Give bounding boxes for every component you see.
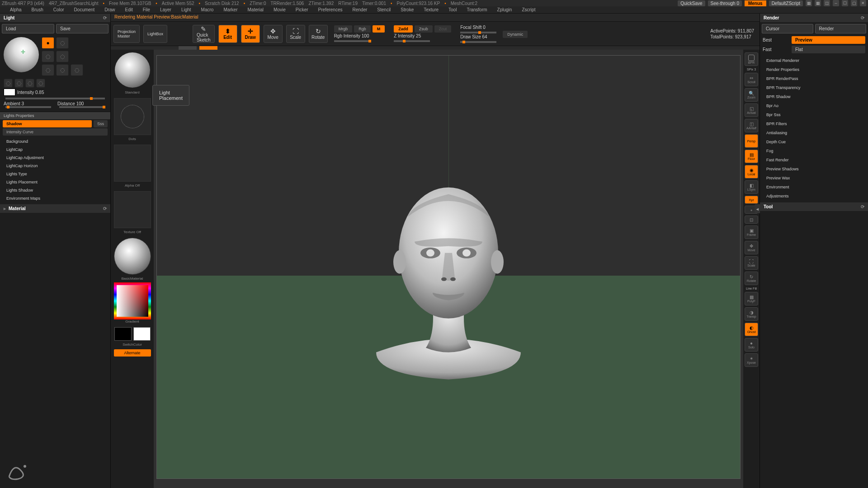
section-lightcap-horizon[interactable]: LightCap Horizon (0, 162, 110, 170)
render-antialiasing[interactable]: Antialiasing (760, 128, 868, 137)
render-external[interactable]: External Renderer (760, 56, 868, 65)
menu-render[interactable]: Render (348, 7, 372, 12)
menu-layer[interactable]: Layer (156, 7, 176, 12)
frame-all-button[interactable]: ⊡ (745, 216, 758, 224)
ghost-button[interactable]: ◐Ghost (745, 323, 758, 336)
draw-size-slider[interactable] (460, 41, 496, 43)
render-preview-shadows[interactable]: Preview Shadows (760, 164, 868, 174)
section-environment-maps[interactable]: Environment Maps (0, 194, 110, 202)
reload-icon[interactable]: ⟳ (861, 15, 864, 20)
distance-slider[interactable] (59, 106, 105, 108)
ambient-slider[interactable] (5, 106, 51, 108)
rgb-intensity-slider[interactable] (334, 40, 370, 42)
scale-view-button[interactable]: ⛶Scale (745, 256, 758, 270)
light-slot-3[interactable]: ◌ (42, 51, 54, 62)
light-slot-5[interactable]: ◌ (42, 64, 54, 76)
menu-macro[interactable]: Macro (197, 7, 218, 12)
reload-icon[interactable]: ⟳ (103, 206, 107, 211)
render-properties[interactable]: Render Properties (760, 65, 868, 74)
light-slot-7[interactable]: ◌ (71, 64, 83, 76)
collapse-icon[interactable]: ◂ (755, 204, 760, 213)
zoom-button[interactable]: 🔍Zoom (745, 88, 758, 102)
light-slot-10[interactable]: ◌ (25, 79, 34, 88)
actual-button[interactable]: ◱Actual (745, 103, 758, 117)
alpha-slot[interactable] (114, 145, 151, 182)
menu-draw[interactable]: Draw (100, 7, 119, 12)
menu-file[interactable]: File (138, 7, 155, 12)
render-fog[interactable]: Fog (760, 146, 868, 155)
max-icon[interactable]: ▢ (851, 0, 857, 6)
render-preview-wax[interactable]: Preview Wax (760, 174, 868, 183)
xyz-button[interactable]: Xyz (745, 196, 758, 204)
dynamic-toggle[interactable]: Dynamic (503, 31, 528, 38)
menu-light[interactable]: Light (177, 7, 196, 12)
stroke-slot[interactable] (114, 98, 151, 135)
gradient-label[interactable]: Gradient (125, 319, 139, 324)
intensity-curve-button[interactable]: Intensity Curve (3, 128, 108, 136)
menu-stroke[interactable]: Stroke (396, 7, 418, 12)
scale-mode-button[interactable]: ⛶Scale (286, 25, 305, 43)
seethrough-slider[interactable]: See-through 0 (708, 0, 742, 6)
fast-label[interactable]: Fast (763, 47, 790, 52)
tab-slot[interactable] (179, 46, 197, 50)
render-depth-cue[interactable]: Depth Cue (760, 137, 868, 146)
render-bpr-shadow[interactable]: BPR Shadow (760, 92, 868, 101)
intensity-slider[interactable] (5, 98, 105, 99)
tab-slot[interactable] (199, 46, 217, 50)
zsub-button[interactable]: Zsub (415, 25, 433, 33)
texture-slot[interactable] (114, 191, 151, 228)
layout-icon[interactable]: ▦ (815, 0, 821, 6)
render-environment[interactable]: Environment (760, 183, 868, 192)
rgb-button[interactable]: Rgb (354, 25, 371, 33)
quick-sketch-button[interactable]: ✎ Quick Sketch (193, 25, 215, 43)
render-bpr-ao[interactable]: Bpr Ao (760, 101, 868, 110)
section-lights-type[interactable]: Lights Type (0, 170, 110, 178)
render-button[interactable]: Render (815, 24, 867, 33)
min-icon[interactable]: – (833, 0, 839, 6)
m-button[interactable]: M (373, 25, 385, 33)
rotate-view-button[interactable]: ↻Rotate (745, 272, 758, 285)
color-picker[interactable] (114, 282, 151, 319)
mrgb-button[interactable]: Mrgb (334, 25, 353, 33)
menu-material[interactable]: Material (243, 7, 269, 12)
aahalf-button[interactable]: ◫AAHalf (745, 119, 758, 132)
rotate-mode-button[interactable]: ↻Rotate (309, 25, 328, 43)
load-button[interactable]: Load (2, 24, 54, 33)
move-mode-button[interactable]: ✥Move (264, 25, 283, 43)
lsym-button[interactable]: ◧LSym (745, 180, 758, 194)
render-bpr-filters[interactable]: BPR Filters (760, 119, 868, 128)
shadow-button[interactable]: Shadow (3, 120, 92, 127)
floor-button[interactable]: ▤Floor (745, 150, 758, 163)
scroll-button[interactable]: ⇔Scroll (745, 73, 758, 86)
xpose-button[interactable]: ✶Xpose (745, 353, 758, 367)
brush-preview-sphere[interactable] (115, 52, 150, 88)
preview-button[interactable]: Preview (792, 36, 865, 44)
polyf-button[interactable]: ▦PolyF (745, 292, 758, 305)
viewport[interactable] (154, 50, 743, 488)
light-direction-sphere[interactable]: ✛ (4, 37, 39, 72)
flat-button[interactable]: Flat (792, 46, 865, 53)
light-color-swatch[interactable] (4, 89, 15, 96)
zadd-button[interactable]: Zadd (394, 25, 413, 33)
zcut-button[interactable]: Zcut (434, 25, 452, 33)
focal-shift-slider[interactable] (460, 32, 496, 33)
solo-button[interactable]: ●Solo (745, 338, 758, 352)
sss-button[interactable]: Sss (94, 120, 108, 127)
menus-button[interactable]: Menus (745, 0, 766, 6)
section-lights-shadow[interactable]: Lights Shadow (0, 186, 110, 194)
clone-icon[interactable]: ◫ (824, 0, 830, 6)
reload-icon[interactable]: ⟳ (103, 15, 107, 20)
draw-mode-button[interactable]: ✛Draw (241, 25, 260, 43)
best-label[interactable]: Best (763, 38, 790, 42)
frame-button[interactable]: ▣Frame (745, 225, 758, 239)
light-slot-2[interactable]: ◌ (56, 37, 69, 49)
transp-button[interactable]: ◑Transp (745, 307, 758, 321)
menu-zplugin[interactable]: Zplugin (493, 7, 517, 12)
render-bpr-sss[interactable]: Bpr Sss (760, 110, 868, 119)
move-view-button[interactable]: ✥Move (745, 241, 758, 254)
menu-stencil[interactable]: Stencil (373, 7, 395, 12)
menu-marker[interactable]: Marker (219, 7, 242, 12)
switchcolor-button[interactable]: SwitchColor (123, 343, 142, 347)
reload-icon[interactable]: ⟳ (861, 204, 864, 209)
section-lights-placement[interactable]: Lights Placement (0, 178, 110, 186)
